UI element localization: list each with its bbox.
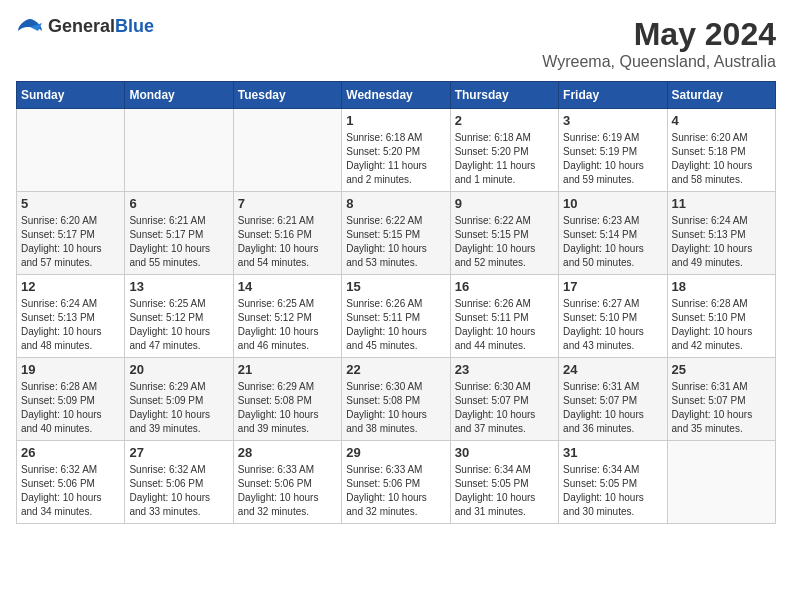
day-number: 11 <box>672 196 771 211</box>
day-info: Sunrise: 6:30 AMSunset: 5:07 PMDaylight:… <box>455 380 554 436</box>
calendar-cell: 29Sunrise: 6:33 AMSunset: 5:06 PMDayligh… <box>342 441 450 524</box>
calendar-cell <box>125 109 233 192</box>
calendar-cell: 12Sunrise: 6:24 AMSunset: 5:13 PMDayligh… <box>17 275 125 358</box>
calendar-cell: 14Sunrise: 6:25 AMSunset: 5:12 PMDayligh… <box>233 275 341 358</box>
day-number: 18 <box>672 279 771 294</box>
calendar-cell <box>233 109 341 192</box>
calendar-cell: 23Sunrise: 6:30 AMSunset: 5:07 PMDayligh… <box>450 358 558 441</box>
week-row-4: 19Sunrise: 6:28 AMSunset: 5:09 PMDayligh… <box>17 358 776 441</box>
page-header: GeneralBlue May 2024 Wyreema, Queensland… <box>16 16 776 71</box>
logo-bird-icon <box>16 17 44 37</box>
logo-general: General <box>48 16 115 36</box>
day-number: 1 <box>346 113 445 128</box>
day-number: 16 <box>455 279 554 294</box>
col-wednesday: Wednesday <box>342 82 450 109</box>
day-number: 25 <box>672 362 771 377</box>
calendar-cell: 31Sunrise: 6:34 AMSunset: 5:05 PMDayligh… <box>559 441 667 524</box>
week-row-1: 1Sunrise: 6:18 AMSunset: 5:20 PMDaylight… <box>17 109 776 192</box>
day-info: Sunrise: 6:33 AMSunset: 5:06 PMDaylight:… <box>238 463 337 519</box>
day-info: Sunrise: 6:29 AMSunset: 5:08 PMDaylight:… <box>238 380 337 436</box>
day-number: 27 <box>129 445 228 460</box>
day-info: Sunrise: 6:32 AMSunset: 5:06 PMDaylight:… <box>21 463 120 519</box>
day-number: 20 <box>129 362 228 377</box>
week-row-2: 5Sunrise: 6:20 AMSunset: 5:17 PMDaylight… <box>17 192 776 275</box>
day-info: Sunrise: 6:32 AMSunset: 5:06 PMDaylight:… <box>129 463 228 519</box>
calendar-cell: 27Sunrise: 6:32 AMSunset: 5:06 PMDayligh… <box>125 441 233 524</box>
day-number: 12 <box>21 279 120 294</box>
calendar-cell: 8Sunrise: 6:22 AMSunset: 5:15 PMDaylight… <box>342 192 450 275</box>
col-friday: Friday <box>559 82 667 109</box>
day-info: Sunrise: 6:34 AMSunset: 5:05 PMDaylight:… <box>563 463 662 519</box>
calendar-cell: 9Sunrise: 6:22 AMSunset: 5:15 PMDaylight… <box>450 192 558 275</box>
day-info: Sunrise: 6:21 AMSunset: 5:17 PMDaylight:… <box>129 214 228 270</box>
day-info: Sunrise: 6:28 AMSunset: 5:10 PMDaylight:… <box>672 297 771 353</box>
calendar-cell: 13Sunrise: 6:25 AMSunset: 5:12 PMDayligh… <box>125 275 233 358</box>
calendar-cell: 11Sunrise: 6:24 AMSunset: 5:13 PMDayligh… <box>667 192 775 275</box>
calendar-cell: 26Sunrise: 6:32 AMSunset: 5:06 PMDayligh… <box>17 441 125 524</box>
calendar-cell <box>17 109 125 192</box>
day-info: Sunrise: 6:33 AMSunset: 5:06 PMDaylight:… <box>346 463 445 519</box>
day-number: 30 <box>455 445 554 460</box>
day-number: 2 <box>455 113 554 128</box>
day-info: Sunrise: 6:25 AMSunset: 5:12 PMDaylight:… <box>129 297 228 353</box>
day-info: Sunrise: 6:21 AMSunset: 5:16 PMDaylight:… <box>238 214 337 270</box>
day-number: 14 <box>238 279 337 294</box>
day-info: Sunrise: 6:20 AMSunset: 5:18 PMDaylight:… <box>672 131 771 187</box>
day-number: 31 <box>563 445 662 460</box>
day-number: 29 <box>346 445 445 460</box>
day-info: Sunrise: 6:27 AMSunset: 5:10 PMDaylight:… <box>563 297 662 353</box>
day-number: 23 <box>455 362 554 377</box>
day-info: Sunrise: 6:24 AMSunset: 5:13 PMDaylight:… <box>21 297 120 353</box>
col-thursday: Thursday <box>450 82 558 109</box>
day-info: Sunrise: 6:25 AMSunset: 5:12 PMDaylight:… <box>238 297 337 353</box>
day-info: Sunrise: 6:18 AMSunset: 5:20 PMDaylight:… <box>455 131 554 187</box>
calendar-header-row: Sunday Monday Tuesday Wednesday Thursday… <box>17 82 776 109</box>
month-year-title: May 2024 <box>542 16 776 53</box>
day-info: Sunrise: 6:24 AMSunset: 5:13 PMDaylight:… <box>672 214 771 270</box>
day-info: Sunrise: 6:19 AMSunset: 5:19 PMDaylight:… <box>563 131 662 187</box>
calendar-cell: 20Sunrise: 6:29 AMSunset: 5:09 PMDayligh… <box>125 358 233 441</box>
calendar-cell: 4Sunrise: 6:20 AMSunset: 5:18 PMDaylight… <box>667 109 775 192</box>
day-info: Sunrise: 6:26 AMSunset: 5:11 PMDaylight:… <box>346 297 445 353</box>
calendar-cell: 5Sunrise: 6:20 AMSunset: 5:17 PMDaylight… <box>17 192 125 275</box>
location-subtitle: Wyreema, Queensland, Australia <box>542 53 776 71</box>
day-info: Sunrise: 6:18 AMSunset: 5:20 PMDaylight:… <box>346 131 445 187</box>
week-row-5: 26Sunrise: 6:32 AMSunset: 5:06 PMDayligh… <box>17 441 776 524</box>
calendar-cell: 22Sunrise: 6:30 AMSunset: 5:08 PMDayligh… <box>342 358 450 441</box>
day-number: 22 <box>346 362 445 377</box>
day-number: 8 <box>346 196 445 211</box>
logo-text: GeneralBlue <box>48 16 154 37</box>
day-number: 24 <box>563 362 662 377</box>
day-info: Sunrise: 6:20 AMSunset: 5:17 PMDaylight:… <box>21 214 120 270</box>
day-number: 3 <box>563 113 662 128</box>
day-info: Sunrise: 6:28 AMSunset: 5:09 PMDaylight:… <box>21 380 120 436</box>
calendar-cell: 1Sunrise: 6:18 AMSunset: 5:20 PMDaylight… <box>342 109 450 192</box>
day-number: 7 <box>238 196 337 211</box>
calendar-cell: 6Sunrise: 6:21 AMSunset: 5:17 PMDaylight… <box>125 192 233 275</box>
logo: GeneralBlue <box>16 16 154 37</box>
calendar-cell: 16Sunrise: 6:26 AMSunset: 5:11 PMDayligh… <box>450 275 558 358</box>
col-sunday: Sunday <box>17 82 125 109</box>
day-number: 15 <box>346 279 445 294</box>
calendar-cell: 10Sunrise: 6:23 AMSunset: 5:14 PMDayligh… <box>559 192 667 275</box>
day-info: Sunrise: 6:34 AMSunset: 5:05 PMDaylight:… <box>455 463 554 519</box>
calendar-cell: 18Sunrise: 6:28 AMSunset: 5:10 PMDayligh… <box>667 275 775 358</box>
calendar-cell: 28Sunrise: 6:33 AMSunset: 5:06 PMDayligh… <box>233 441 341 524</box>
day-info: Sunrise: 6:22 AMSunset: 5:15 PMDaylight:… <box>455 214 554 270</box>
calendar-cell: 24Sunrise: 6:31 AMSunset: 5:07 PMDayligh… <box>559 358 667 441</box>
week-row-3: 12Sunrise: 6:24 AMSunset: 5:13 PMDayligh… <box>17 275 776 358</box>
calendar-table: Sunday Monday Tuesday Wednesday Thursday… <box>16 81 776 524</box>
logo-blue: Blue <box>115 16 154 36</box>
day-info: Sunrise: 6:31 AMSunset: 5:07 PMDaylight:… <box>672 380 771 436</box>
calendar-cell: 2Sunrise: 6:18 AMSunset: 5:20 PMDaylight… <box>450 109 558 192</box>
col-saturday: Saturday <box>667 82 775 109</box>
day-number: 19 <box>21 362 120 377</box>
day-info: Sunrise: 6:23 AMSunset: 5:14 PMDaylight:… <box>563 214 662 270</box>
day-info: Sunrise: 6:22 AMSunset: 5:15 PMDaylight:… <box>346 214 445 270</box>
col-monday: Monday <box>125 82 233 109</box>
calendar-cell: 17Sunrise: 6:27 AMSunset: 5:10 PMDayligh… <box>559 275 667 358</box>
calendar-cell: 25Sunrise: 6:31 AMSunset: 5:07 PMDayligh… <box>667 358 775 441</box>
calendar-cell: 3Sunrise: 6:19 AMSunset: 5:19 PMDaylight… <box>559 109 667 192</box>
calendar-cell: 19Sunrise: 6:28 AMSunset: 5:09 PMDayligh… <box>17 358 125 441</box>
calendar-cell: 30Sunrise: 6:34 AMSunset: 5:05 PMDayligh… <box>450 441 558 524</box>
